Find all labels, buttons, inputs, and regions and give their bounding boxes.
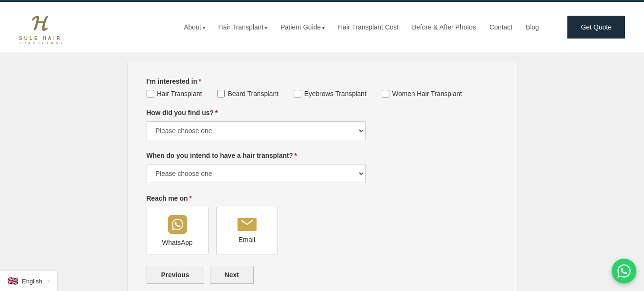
email-card[interactable]: Email xyxy=(216,207,278,254)
whatsapp-svg xyxy=(172,219,183,230)
nav-item-before-after[interactable]: Before & After Photos xyxy=(412,23,476,31)
email-svg xyxy=(241,220,253,229)
chevron-right-icon: › xyxy=(48,278,50,284)
nav-item-about[interactable]: About xyxy=(184,23,205,31)
reach-me-label: Reach me on* xyxy=(147,194,498,202)
nav-link-about[interactable]: About xyxy=(184,23,205,31)
nav-link-blog[interactable]: Blog xyxy=(525,23,539,31)
navbar: 𝓗 SULE HAIR TRANSPLANT About Hair Transp… xyxy=(0,0,644,52)
logo-sub: TRANSPLANT xyxy=(19,41,65,45)
flag-icon: 🇬🇧 xyxy=(8,276,18,286)
next-button[interactable]: Next xyxy=(210,266,254,284)
how-did-label: How did you find us?* xyxy=(147,109,498,116)
checkbox-hair-transplant-input[interactable] xyxy=(147,90,154,97)
nav-links: About Hair Transplant Patient Guide Hair… xyxy=(184,23,625,31)
interested-section: I'm interested in* Hair Transplant Beard… xyxy=(147,78,498,97)
email-label: Email xyxy=(238,236,255,243)
reach-me-group: WhatsApp Email xyxy=(147,207,498,254)
nav-link-before-after[interactable]: Before & After Photos xyxy=(412,23,476,31)
whatsapp-label: WhatsApp xyxy=(162,239,193,246)
form-container: I'm interested in* Hair Transplant Beard… xyxy=(127,62,517,291)
nav-item-contact[interactable]: Contact xyxy=(489,23,512,31)
nav-item-blog[interactable]: Blog xyxy=(525,23,539,31)
required-star-2: * xyxy=(215,109,218,116)
reach-me-section: Reach me on* WhatsApp xyxy=(147,194,498,254)
whatsapp-float-icon xyxy=(617,264,631,278)
nav-item-cta[interactable]: Get Quote xyxy=(552,23,625,31)
checkbox-eyebrows-transplant-input[interactable] xyxy=(294,90,301,97)
checkbox-hair-transplant-label: Hair Transplant xyxy=(157,90,202,97)
checkbox-women-hair-transplant-label: Women Hair Transplant xyxy=(392,90,462,97)
when-section: When do you intend to have a hair transp… xyxy=(147,152,498,183)
checkbox-women-hair-transplant[interactable]: Women Hair Transplant xyxy=(382,90,462,97)
required-star-1: * xyxy=(198,78,201,85)
whatsapp-float-button[interactable] xyxy=(612,259,636,283)
nav-item-patient-guide[interactable]: Patient Guide xyxy=(280,23,325,31)
email-icon xyxy=(238,218,257,231)
logo[interactable]: 𝓗 SULE HAIR TRANSPLANT xyxy=(19,10,65,45)
nav-link-patient-guide[interactable]: Patient Guide xyxy=(280,23,325,31)
when-label: When do you intend to have a hair transp… xyxy=(147,152,498,159)
checkbox-eyebrows-transplant-label: Eyebrows Transplant xyxy=(304,90,367,97)
checkbox-beard-transplant-label: Beard Transplant xyxy=(228,90,278,97)
language-switcher[interactable]: 🇬🇧 English › xyxy=(0,271,58,291)
interested-checkboxes: Hair Transplant Beard Transplant Eyebrow… xyxy=(147,90,498,97)
nav-item-hair-transplant[interactable]: Hair Transplant xyxy=(218,23,268,31)
how-did-section: How did you find us?* Please choose one … xyxy=(147,109,498,140)
get-quote-button[interactable]: Get Quote xyxy=(567,16,625,39)
required-star-4: * xyxy=(189,194,192,202)
svg-text:𝓗: 𝓗 xyxy=(31,12,48,34)
required-star-3: * xyxy=(295,152,297,159)
nav-link-cost[interactable]: Hair Transplant Cost xyxy=(338,23,399,31)
checkbox-eyebrows-transplant[interactable]: Eyebrows Transplant xyxy=(294,90,367,97)
page-content: I'm interested in* Hair Transplant Beard… xyxy=(0,52,644,291)
whatsapp-card[interactable]: WhatsApp xyxy=(147,207,208,254)
checkbox-hair-transplant[interactable]: Hair Transplant xyxy=(147,90,202,97)
previous-button[interactable]: Previous xyxy=(147,266,204,284)
checkbox-women-hair-transplant-input[interactable] xyxy=(382,90,389,97)
interested-label: I'm interested in* xyxy=(147,78,498,85)
when-select[interactable]: Please choose one As soon as possible Wi… xyxy=(147,164,366,183)
logo-brand: SULE HAIR xyxy=(19,36,65,41)
logo-icon: 𝓗 xyxy=(30,10,54,35)
nav-link-contact[interactable]: Contact xyxy=(489,23,512,31)
form-actions: Previous Next xyxy=(147,266,498,284)
language-label: English xyxy=(22,278,42,285)
whatsapp-icon xyxy=(168,215,187,234)
nav-item-cost[interactable]: Hair Transplant Cost xyxy=(338,23,399,31)
checkbox-beard-transplant[interactable]: Beard Transplant xyxy=(217,90,278,97)
nav-link-hair-transplant[interactable]: Hair Transplant xyxy=(218,23,268,31)
checkbox-beard-transplant-input[interactable] xyxy=(217,90,225,97)
how-did-select[interactable]: Please choose one Google Facebook Instag… xyxy=(147,121,366,140)
